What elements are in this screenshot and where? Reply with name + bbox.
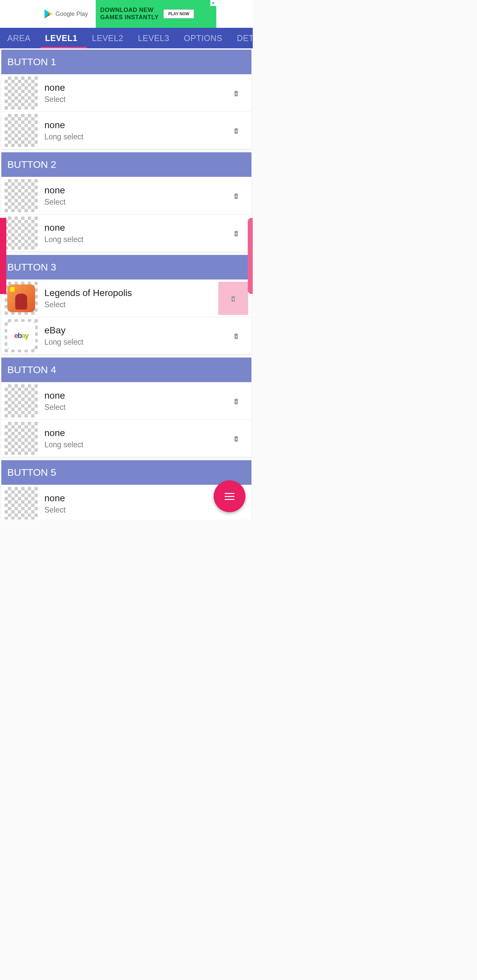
item-title: none bbox=[45, 120, 229, 130]
tab-bar: AREALEVEL1LEVEL2LEVEL3OPTIONSDETAIL bbox=[0, 28, 253, 48]
section-header: BUTTON 2 bbox=[1, 152, 251, 177]
section-card: BUTTON 3Legends of HeropolisSelectebayeB… bbox=[1, 255, 251, 354]
delete-icon[interactable] bbox=[229, 188, 244, 203]
app-thumbnail bbox=[5, 384, 38, 417]
right-edge-handle[interactable] bbox=[248, 218, 253, 294]
list-item[interactable]: noneLong select bbox=[1, 420, 251, 457]
item-subtitle: Select bbox=[45, 506, 229, 514]
item-subtitle: Select bbox=[45, 300, 218, 309]
item-title: none bbox=[45, 428, 229, 438]
item-title: none bbox=[45, 83, 229, 93]
app-thumbnail bbox=[5, 216, 38, 250]
item-subtitle: Long select bbox=[45, 440, 229, 449]
section-card: BUTTON 4noneSelectnoneLong select bbox=[1, 358, 251, 457]
tab-detail[interactable]: DETAIL bbox=[230, 28, 253, 48]
app-thumbnail bbox=[5, 422, 38, 455]
item-subtitle: Long select bbox=[45, 235, 229, 244]
app-thumbnail: ebay bbox=[5, 319, 38, 352]
app-thumbnail bbox=[5, 179, 38, 212]
left-edge-handle[interactable] bbox=[0, 218, 6, 294]
section-card: BUTTON 2noneSelectnoneLong select bbox=[1, 152, 251, 251]
ad-headline-1: DOWNLOAD NEW bbox=[101, 6, 159, 14]
delete-icon[interactable] bbox=[229, 86, 244, 100]
item-subtitle: Select bbox=[45, 95, 229, 104]
ad-store: Google Play bbox=[37, 0, 96, 28]
section-header: BUTTON 1 bbox=[1, 50, 251, 74]
tab-level1[interactable]: LEVEL1 bbox=[38, 28, 85, 48]
svg-rect-4 bbox=[232, 296, 234, 297]
delete-icon[interactable] bbox=[229, 431, 244, 445]
delete-icon[interactable] bbox=[229, 394, 244, 408]
item-title: none bbox=[45, 493, 229, 504]
section-header: BUTTON 4 bbox=[1, 358, 251, 382]
fab-menu-button[interactable] bbox=[214, 480, 246, 512]
list-item[interactable]: noneSelect bbox=[1, 382, 251, 420]
svg-rect-6 bbox=[235, 399, 237, 399]
item-title: none bbox=[45, 390, 229, 401]
ad-info-icon[interactable] bbox=[211, 0, 216, 6]
list-item[interactable]: noneLong select bbox=[1, 111, 251, 149]
section-card: BUTTON 1noneSelectnoneLong select bbox=[1, 50, 251, 149]
item-title: eBay bbox=[45, 325, 229, 336]
tab-level2[interactable]: LEVEL2 bbox=[85, 28, 131, 48]
item-subtitle: Select bbox=[45, 403, 229, 412]
app-thumbnail bbox=[5, 114, 38, 147]
delete-icon[interactable] bbox=[229, 123, 244, 138]
delete-icon[interactable] bbox=[229, 328, 244, 343]
list-item[interactable]: noneSelect bbox=[1, 74, 251, 111]
content-area: BUTTON 1noneSelectnoneLong selectBUTTON … bbox=[0, 48, 253, 519]
tab-level3[interactable]: LEVEL3 bbox=[131, 28, 177, 48]
app-thumbnail bbox=[5, 76, 38, 110]
svg-rect-5 bbox=[235, 333, 237, 334]
ad-cta-button[interactable]: PLAY NOW bbox=[163, 9, 194, 19]
tab-options[interactable]: OPTIONS bbox=[177, 28, 230, 48]
app-thumbnail bbox=[5, 282, 38, 315]
item-subtitle: Long select bbox=[45, 132, 229, 142]
item-title: Legends of Heropolis bbox=[45, 288, 218, 298]
list-item[interactable]: Legends of HeropolisSelect bbox=[1, 280, 251, 317]
item-subtitle: Select bbox=[45, 198, 229, 207]
item-title: none bbox=[45, 223, 229, 233]
svg-rect-0 bbox=[235, 91, 237, 91]
delete-icon[interactable] bbox=[218, 282, 248, 315]
list-item[interactable]: ebayeBayLong select bbox=[1, 317, 251, 354]
ad-banner[interactable]: Google Play DOWNLOAD NEW GAMES INSTANTLY… bbox=[0, 0, 253, 28]
delete-icon[interactable] bbox=[229, 226, 244, 240]
ad-headline-2: GAMES INSTANTLY bbox=[101, 14, 159, 21]
section-header: BUTTON 3 bbox=[1, 255, 251, 280]
section-card: BUTTON 5noneSelect bbox=[1, 460, 251, 519]
ad-store-label: Google Play bbox=[55, 11, 88, 18]
item-subtitle: Long select bbox=[45, 338, 229, 347]
section-header: BUTTON 5 bbox=[1, 460, 251, 485]
list-item[interactable]: noneSelect bbox=[1, 177, 251, 214]
svg-rect-3 bbox=[235, 231, 237, 231]
list-item[interactable]: noneLong select bbox=[1, 214, 251, 251]
item-title: none bbox=[45, 185, 229, 196]
app-thumbnail bbox=[5, 487, 38, 519]
tab-area[interactable]: AREA bbox=[0, 28, 38, 48]
svg-rect-7 bbox=[235, 436, 237, 437]
list-item[interactable]: noneSelect bbox=[1, 485, 251, 519]
svg-rect-1 bbox=[235, 128, 237, 129]
menu-icon bbox=[225, 493, 235, 500]
svg-rect-2 bbox=[235, 193, 237, 194]
